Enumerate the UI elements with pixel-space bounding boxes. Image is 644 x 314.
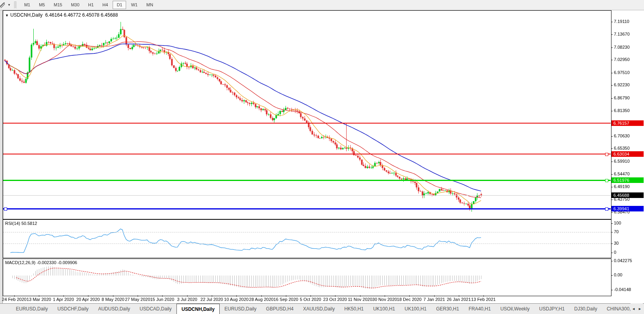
price-axis-tick-label: 7.08230	[614, 45, 630, 49]
date-axis-tick-mark	[212, 295, 212, 297]
date-axis-tick-mark	[360, 295, 360, 297]
rsi-pane[interactable]	[3, 219, 611, 258]
chart-tab-xauusd-daily[interactable]: XAUUSD,Daily	[298, 304, 339, 314]
price-axis-tick-label: 6.81350	[614, 108, 630, 113]
level-line-handle[interactable]	[605, 153, 608, 156]
tab-scroll-right-icon[interactable]: ►	[638, 307, 642, 311]
date-axis-label: 10 Aug 2020	[224, 297, 249, 302]
chart-tab-audusd-daily[interactable]: AUDUSD,Daily	[93, 304, 135, 314]
price-level-badge: 6.76157	[611, 120, 644, 126]
price-axis-tick-mark	[611, 60, 613, 60]
timeframe-button-w1[interactable]: W1	[127, 1, 142, 9]
chart-tab-usdcad-daily[interactable]: USDCAD,Daily	[135, 304, 176, 314]
price-axis-tick-mark	[611, 34, 613, 35]
chart-tab-usdjpy-h1[interactable]: USDJPY,H1	[534, 304, 569, 314]
date-axis-label: 7 Jan 2021	[424, 297, 445, 302]
level-line-handle[interactable]	[605, 179, 608, 182]
date-axis-tick-mark	[88, 295, 88, 297]
price-axis-tick-mark	[611, 162, 613, 162]
price-axis-tick-label: 6.65350	[614, 146, 630, 150]
horizontal-level-line[interactable]	[3, 154, 611, 154]
price-axis-tick-label: 6.54470	[614, 171, 630, 176]
chart-tab-eurusd-daily[interactable]: EURUSD,Daily	[11, 304, 53, 314]
chart-tab-uk100-h1[interactable]: UK100,H1	[400, 304, 431, 314]
chart-tab-gbpusd-h4[interactable]: GBPUSD,H4	[261, 304, 298, 314]
chart-tab-hk50-h1[interactable]: HK50,H1	[339, 304, 368, 314]
price-axis-tick-mark	[611, 187, 613, 187]
tool-dropdown-icon[interactable]: ▼	[8, 3, 11, 7]
price-axis-tick-mark	[611, 148, 613, 149]
rsi-dashed-level	[3, 244, 611, 244]
price-axis-tick-label: 6.97510	[614, 70, 630, 75]
price-axis-tick-label: 7.02950	[614, 57, 630, 62]
macd-axis-tick-mark	[611, 261, 613, 261]
timeframe-button-d1[interactable]: D1	[113, 1, 126, 9]
chart-tab-ger30-h1[interactable]: GER30,H1	[431, 304, 464, 314]
price-axis-tick-label: 6.49190	[614, 184, 630, 189]
level-line-handle[interactable]	[4, 207, 7, 211]
chart-tab-eurusd-daily[interactable]: EURUSD,Daily	[220, 304, 261, 314]
date-axis-tick-mark	[286, 295, 286, 297]
timeframe-button-h1[interactable]: H1	[84, 1, 98, 9]
timeframe-button-m5[interactable]: M5	[35, 1, 49, 9]
macd-axis-tick-label: -0.04148	[614, 287, 631, 292]
macd-axis-tick-mark	[611, 275, 613, 276]
price-axis-tick-label: 6.59910	[614, 159, 630, 164]
horizontal-level-line[interactable]	[3, 208, 611, 209]
price-axis-tick-mark	[611, 174, 613, 175]
date-axis-tick-mark	[385, 295, 385, 297]
date-axis-tick-mark	[187, 295, 188, 297]
date-axis-tick-mark	[335, 295, 335, 297]
chart-tab-usdchf-daily[interactable]: USDCHF,Daily	[53, 304, 94, 314]
date-axis-label: 11 Nov 2020	[348, 297, 372, 302]
drawing-tools-icon[interactable]	[0, 2, 7, 9]
chart-collapse-icon[interactable]: ▼	[5, 13, 9, 17]
date-axis-label: 15 Jun 2020	[150, 297, 174, 302]
chart-tab-usdcnh-daily[interactable]: USDCNH,Daily	[176, 304, 220, 314]
price-pane[interactable]	[3, 10, 611, 219]
price-axis-tick-mark	[611, 212, 613, 213]
timeframe-button-m15[interactable]: M15	[50, 1, 66, 9]
date-axis-label: 30 Nov 2020	[372, 297, 397, 302]
toolbar-grip[interactable]	[14, 2, 17, 9]
chart-tab-usoil-weekly[interactable]: USOil,Weekly	[496, 304, 535, 314]
price-axis-tick-mark	[611, 48, 613, 48]
rsi-axis-tick-mark	[611, 253, 613, 253]
timeframe-button-mn[interactable]: MN	[142, 1, 157, 9]
macd-axis-tick-label: 0.00	[614, 272, 622, 277]
timeframe-button-m1[interactable]: M1	[20, 1, 34, 9]
chart-tab-uk100-h1[interactable]: UK100,H1	[368, 304, 400, 314]
date-axis-label: 27 May 2020	[125, 297, 150, 302]
date-axis-label: 5 Oct 2020	[300, 297, 321, 302]
date-axis-tick-mark	[483, 295, 484, 297]
date-axis-tick-mark	[409, 295, 410, 297]
macd-pane[interactable]	[3, 259, 611, 296]
chart-tab-bar: EURUSD,DailyUSDCHF,DailyAUDUSD,DailyUSDC…	[0, 303, 644, 314]
timeframe-buttons: M1M5M15M30H1H4D1W1MN	[20, 1, 157, 9]
date-axis-label: 23 Oct 2020	[323, 297, 347, 302]
price-axis-tick-label: 6.92230	[614, 82, 630, 87]
chart-tab-dj30-daily[interactable]: DJ30,Daily	[569, 304, 602, 314]
current-price-badge: 6.45688	[611, 192, 644, 198]
date-axis-label: 24 Feb 2020	[2, 297, 27, 302]
rsi-axis-tick-label: 30	[614, 241, 619, 245]
timeframe-button-m30[interactable]: M30	[67, 1, 83, 9]
date-axis-tick-mark	[459, 295, 459, 297]
date-axis-label: 20 Apr 2020	[76, 297, 100, 302]
horizontal-level-line[interactable]	[3, 180, 611, 181]
timeframe-button-h4[interactable]: H4	[98, 1, 112, 9]
chart-tab-fra40-h1[interactable]: FRA40,H1	[464, 304, 496, 314]
level-line-handle[interactable]	[605, 207, 608, 211]
horizontal-level-line[interactable]	[3, 123, 611, 124]
tab-scroll-arrows: ◄ ►	[631, 303, 643, 314]
macd-label: MACD(12,26,9) -0.002330 -0.009906	[5, 260, 77, 265]
date-axis-tick-mark	[236, 295, 237, 297]
rsi-dashed-level	[3, 232, 611, 232]
price-level-badge: 6.51976	[611, 177, 644, 183]
date-axis-tick-mark	[310, 295, 311, 297]
date-axis-label: 13 Feb 2021	[471, 297, 496, 302]
timeframe-toolbar: ▼ M1M5M15M30H1H4D1W1MN	[0, 0, 644, 10]
price-axis-tick-mark	[611, 200, 613, 200]
tab-scroll-left-icon[interactable]: ◄	[632, 307, 635, 311]
date-axis-label: 13 Mar 2020	[27, 297, 51, 302]
